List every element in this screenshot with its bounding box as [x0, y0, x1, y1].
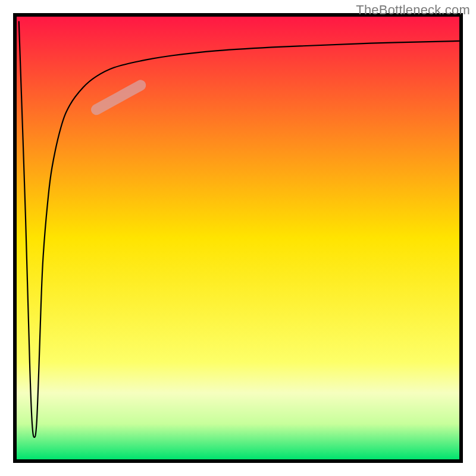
- bottleneck-chart: [0, 0, 476, 476]
- watermark-text: TheBottleneck.com: [356, 2, 470, 18]
- chart-container: TheBottleneck.com: [0, 0, 476, 476]
- gradient-background: [17, 17, 459, 459]
